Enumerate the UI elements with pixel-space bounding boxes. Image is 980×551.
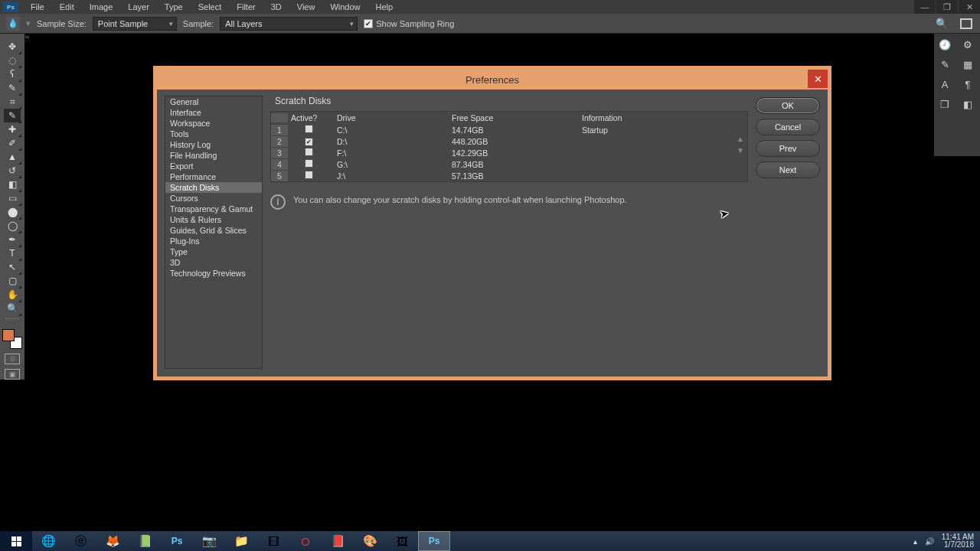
pref-category-history-log[interactable]: History Log (165, 139, 262, 150)
swatches-panel-icon[interactable]: ▦ (959, 57, 977, 72)
pref-category-performance[interactable]: Performance (165, 171, 262, 182)
workspace-switcher-icon[interactable] (960, 18, 972, 29)
pref-category-type[interactable]: Type (165, 246, 262, 257)
show-sampling-ring-checkbox[interactable]: ✔ Show Sampling Ring (364, 19, 454, 28)
eraser-tool[interactable]: ◧ (4, 178, 21, 191)
taskbar-app2[interactable]: 🖼 (386, 531, 418, 551)
healing-tool[interactable]: ✚ (4, 122, 21, 136)
table-row[interactable]: 4G:\87.34GB (271, 158, 729, 170)
brush-panel-icon[interactable]: ✎ (936, 57, 954, 72)
color-swatches[interactable] (2, 329, 22, 349)
table-row[interactable]: 3F:\142.29GB (271, 147, 729, 158)
taskbar-excel[interactable]: 📗 (129, 531, 161, 551)
taskbar-explorer[interactable]: 📁 (225, 531, 257, 551)
tray-volume-icon[interactable]: 🔊 (925, 537, 934, 546)
sample-size-dropdown[interactable]: Point Sample (93, 17, 177, 31)
foreground-color[interactable] (2, 329, 15, 341)
pref-category-3d[interactable]: 3D (165, 257, 262, 268)
taskbar-powerpoint[interactable]: 📕 (322, 531, 354, 551)
menu-file[interactable]: File (23, 2, 52, 11)
tray-up-icon[interactable]: ▴ (913, 537, 917, 546)
pref-category-file-handling[interactable]: File Handling (165, 150, 262, 161)
type-tool[interactable]: T (4, 246, 21, 260)
character-panel-icon[interactable]: A (936, 77, 954, 92)
tray-clock[interactable]: 11:41 AM 1/7/2018 (942, 533, 974, 549)
taskbar-chrome[interactable]: 🌐 (32, 531, 64, 551)
pref-category-units-rulers[interactable]: Units & Rulers (165, 214, 262, 225)
taskbar-photoshop-active[interactable]: Ps (418, 531, 450, 551)
shape-tool[interactable]: ▢ (4, 274, 21, 288)
marquee-tool[interactable]: ◌ (4, 54, 21, 67)
dialog-close-button[interactable]: ✕ (808, 70, 828, 88)
taskbar-opera[interactable]: O (289, 531, 322, 551)
lasso-tool[interactable]: ʕ (4, 67, 21, 81)
menu-layer[interactable]: Layer (120, 2, 157, 11)
taskbar-firefox[interactable]: 🦊 (96, 531, 129, 551)
taskbar-app1[interactable]: 🎨 (354, 531, 386, 551)
move-up-button[interactable]: ▲ (737, 135, 744, 143)
cancel-button[interactable]: Cancel (756, 119, 820, 135)
quick-select-tool[interactable]: ✎ (4, 81, 21, 95)
paragraph-panel-icon[interactable]: ¶ (959, 77, 977, 92)
layers-panel-icon[interactable]: ❐ (936, 96, 954, 112)
brush-tool[interactable]: ✐ (4, 136, 21, 150)
next-button[interactable]: Next (756, 161, 820, 178)
pref-category-cursors[interactable]: Cursors (165, 193, 262, 204)
menu-view[interactable]: View (289, 2, 323, 11)
ok-button[interactable]: OK (756, 97, 820, 114)
path-select-tool[interactable]: ↖ (4, 260, 21, 274)
pref-category-interface[interactable]: Interface (165, 107, 262, 118)
dialog-titlebar[interactable]: Preferences ✕ (157, 70, 828, 90)
screenmode-icon[interactable]: ▣ (5, 369, 20, 380)
active-checkbox[interactable] (305, 125, 313, 133)
taskbar-camera[interactable]: 📷 (193, 531, 225, 551)
hand-tool[interactable]: ✋ (4, 288, 21, 302)
search-icon[interactable]: 🔍 (936, 18, 948, 29)
gradient-tool[interactable]: ▭ (4, 191, 21, 205)
taskbar-mediaplayer[interactable]: 🎞 (257, 531, 289, 551)
properties-panel-icon[interactable]: ⚙ (959, 37, 977, 52)
restore-button[interactable]: ❐ (936, 0, 958, 14)
active-checkbox[interactable]: ✔ (305, 138, 313, 146)
menu-3d[interactable]: 3D (263, 2, 289, 11)
dodge-tool[interactable]: ◯ (4, 219, 21, 233)
menu-help[interactable]: Help (368, 2, 401, 11)
move-tool[interactable]: ✥ (4, 40, 21, 54)
channels-panel-icon[interactable]: ◧ (959, 96, 977, 112)
blur-tool[interactable]: ⬤ (4, 205, 21, 219)
eyedropper-tool[interactable]: ✎ (4, 109, 21, 122)
taskbar-ie[interactable]: ⓔ (64, 531, 96, 551)
pen-tool[interactable]: ✒ (4, 233, 21, 246)
menu-window[interactable]: Window (322, 2, 368, 11)
menu-select[interactable]: Select (191, 2, 230, 11)
pref-category-workspace[interactable]: Workspace (165, 118, 262, 129)
minimize-button[interactable]: — (914, 0, 936, 14)
pref-category-general[interactable]: General (165, 96, 262, 107)
pref-category-export[interactable]: Export (165, 161, 262, 171)
active-checkbox[interactable] (305, 159, 313, 168)
table-row[interactable]: 5J:\57.13GB (271, 170, 729, 181)
zoom-tool[interactable]: 🔍 (4, 302, 21, 315)
menu-filter[interactable]: Filter (229, 2, 263, 11)
pref-category-scratch-disks[interactable]: Scratch Disks (165, 182, 262, 193)
pref-category-guides-grid-slices[interactable]: Guides, Grid & Slices (165, 225, 262, 236)
menu-image[interactable]: Image (82, 2, 121, 11)
stamp-tool[interactable]: ▲ (4, 150, 21, 164)
expand-toolbox-icon[interactable]: ›› (25, 34, 29, 41)
menu-type[interactable]: Type (157, 2, 191, 11)
menu-edit[interactable]: Edit (52, 2, 82, 11)
close-window-button[interactable]: ✕ (959, 0, 980, 14)
prev-button[interactable]: Prev (756, 140, 820, 157)
table-row[interactable]: 1C:\14.74GBStartup (271, 124, 729, 135)
table-row[interactable]: 2✔D:\448.20GB (271, 135, 729, 147)
eyedropper-icon[interactable]: 💧 (6, 17, 20, 31)
quickmask-icon[interactable]: ⦾ (5, 354, 20, 364)
pref-category-technology-previews[interactable]: Technology Previews (165, 268, 262, 279)
move-down-button[interactable]: ▼ (737, 146, 744, 155)
pref-category-plug-ins[interactable]: Plug-Ins (165, 236, 262, 246)
taskbar-photoshop[interactable]: Ps (161, 531, 193, 551)
pref-category-tools[interactable]: Tools (165, 129, 262, 139)
history-brush-tool[interactable]: ↺ (4, 164, 21, 178)
history-panel-icon[interactable]: 🕗 (936, 37, 954, 52)
sample-dropdown[interactable]: All Layers (220, 17, 358, 31)
